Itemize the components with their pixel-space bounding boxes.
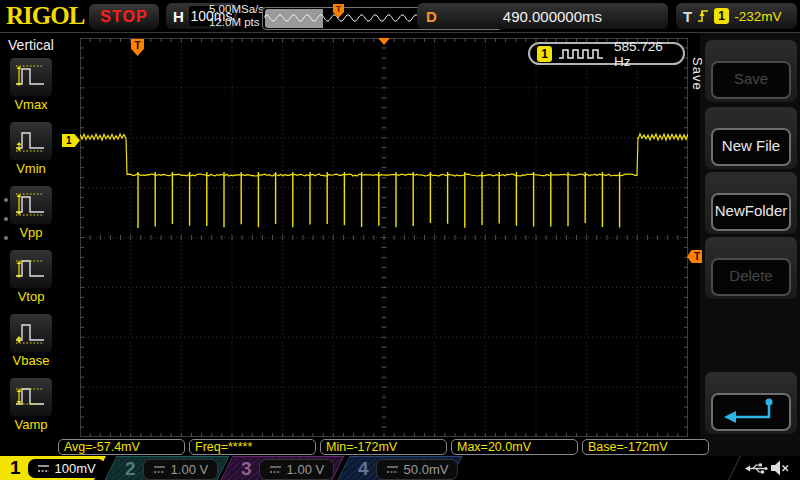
delay-box: D 490.000000ms	[417, 3, 668, 29]
dc-coupling-icon	[153, 465, 166, 474]
dc-coupling-icon	[37, 464, 50, 473]
menu-item-vbase[interactable]: Vbase	[0, 313, 62, 375]
return-arrow-icon	[719, 395, 783, 425]
softkey-slot: Delete	[705, 237, 797, 299]
channel-scale: 1.00 V	[287, 462, 325, 477]
measurement-avg: Avg=-57.4mV	[58, 439, 185, 455]
trigger-level-marker[interactable]: T	[687, 250, 702, 263]
softkey-menu: Save Save New File NewFolder Delete	[700, 33, 800, 480]
channel-3-tab[interactable]: 3 1.00 V	[220, 456, 345, 480]
dc-coupling-icon	[269, 465, 282, 474]
channel-scale: 1.00 V	[171, 462, 209, 477]
new-folder-button[interactable]: NewFolder	[711, 193, 791, 231]
softkey-slot: New File	[705, 107, 797, 169]
vmax-icon	[13, 62, 47, 90]
menu-item-label: Vmin	[0, 161, 62, 176]
measurement-freq: Freq=*****	[189, 439, 316, 455]
channel-1-tab[interactable]: 1 100mV	[0, 456, 106, 480]
vamp-icon	[13, 382, 47, 410]
rising-edge-icon	[697, 8, 709, 24]
channel-number: 1	[10, 457, 21, 479]
measure-menu-title: Vertical	[0, 37, 62, 53]
new-file-button[interactable]: New File	[711, 128, 791, 166]
measurement-base: Base=-172mV	[582, 439, 709, 455]
back-button[interactable]	[711, 393, 791, 431]
channel-4-tab[interactable]: 4 50.0mV	[337, 456, 463, 480]
save-button[interactable]: Save	[711, 61, 791, 99]
delete-button[interactable]: Delete	[711, 258, 791, 296]
scroll-dot	[4, 217, 8, 221]
channel-bar: 1 100mV 2 1.00 V	[0, 456, 700, 480]
menu-item-vmax[interactable]: Vmax	[0, 57, 62, 119]
delay-value: 490.000000ms	[437, 8, 668, 25]
channel-number: 2	[125, 458, 136, 480]
acquisition-info: 5.00MSa/s 12.0M pts	[209, 3, 264, 29]
channel1-offset-marker[interactable]: 1	[62, 134, 80, 147]
system-status-icons	[700, 456, 800, 480]
trigger-level-value: -232mV	[734, 9, 781, 24]
speaker-muted-icon	[770, 460, 790, 476]
counter-frequency-value: 585.726 Hz	[614, 39, 683, 69]
channel-scale: 100mV	[55, 461, 96, 476]
measurement-min: Min=-172mV	[320, 439, 447, 455]
vpp-icon	[13, 190, 47, 218]
menu-item-label: Vpp	[0, 225, 62, 240]
channel-number: 4	[358, 458, 369, 480]
menu-item-label: Vtop	[0, 289, 62, 304]
menu-item-label: Vbase	[0, 353, 62, 368]
counter-channel-badge: 1	[537, 46, 552, 62]
vbase-icon	[13, 318, 47, 346]
delay-center-marker	[378, 38, 390, 45]
menu-item-label: Vmax	[0, 97, 62, 112]
scroll-dot	[4, 236, 8, 240]
scroll-dot	[4, 198, 8, 202]
channel-2-tab[interactable]: 2 1.00 V	[104, 456, 230, 480]
rigol-logo: RIGOL	[6, 2, 84, 30]
horizontal-label: H	[173, 8, 184, 25]
menu-item-vpp[interactable]: Vpp	[0, 185, 62, 247]
memory-depth: 12.0M pts	[209, 16, 264, 29]
channel-scale-box: 50.0mV	[376, 459, 459, 480]
channel-scale-box: 1.00 V	[259, 459, 335, 480]
softkey-slot: NewFolder	[705, 172, 797, 234]
softkey-slot	[705, 372, 797, 434]
usb-icon	[744, 462, 768, 475]
dc-coupling-icon	[386, 465, 399, 474]
trigger-label: T	[683, 8, 692, 25]
measurement-max: Max=20.0mV	[451, 439, 578, 455]
measure-menu: Vertical Vmax Vmin Vpp Vtop Vbase Vamp	[0, 33, 62, 455]
menu-item-vtop[interactable]: Vtop	[0, 249, 62, 311]
status-bar: RIGOL STOP H 100ms 5.00MSa/s 12.0M pts T…	[0, 0, 800, 33]
menu-tab-label: Save	[690, 57, 705, 91]
trigger-box: T 1 -232mV	[676, 3, 797, 29]
channel-number: 3	[241, 458, 252, 480]
frequency-counter: 1 585.726 Hz	[528, 42, 685, 65]
graticule-area	[80, 38, 688, 437]
channel-scale-box: 100mV	[28, 459, 105, 478]
vtop-icon	[13, 254, 47, 282]
waveform-display	[80, 38, 688, 437]
channel-scale: 50.0mV	[404, 462, 449, 477]
channel-scale-box: 1.00 V	[143, 459, 219, 480]
run-state-indicator[interactable]: STOP	[88, 3, 160, 31]
vmin-icon	[13, 126, 47, 154]
menu-item-vmin[interactable]: Vmin	[0, 121, 62, 183]
oscilloscope-screen: RIGOL STOP H 100ms 5.00MSa/s 12.0M pts T…	[0, 0, 800, 480]
sample-rate: 5.00MSa/s	[209, 3, 264, 16]
divider	[728, 455, 741, 480]
delay-label: D	[426, 8, 437, 25]
square-wave-icon	[558, 47, 608, 60]
trigger-source-badge: 1	[714, 8, 729, 24]
softkey-slot: Save	[705, 40, 797, 102]
menu-item-vamp[interactable]: Vamp	[0, 377, 62, 439]
menu-item-label: Vamp	[0, 417, 62, 432]
